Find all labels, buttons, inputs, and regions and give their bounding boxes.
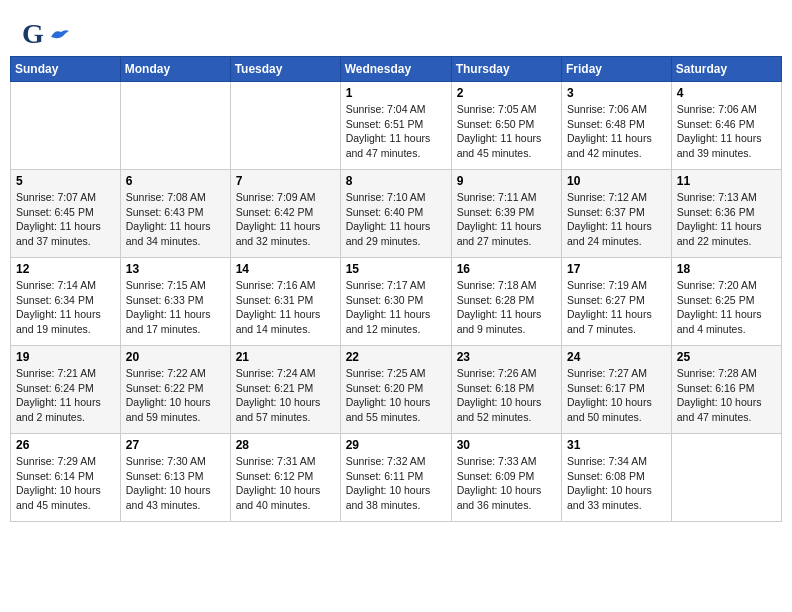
day-number: 14 (236, 262, 335, 276)
day-info: Sunrise: 7:07 AM Sunset: 6:45 PM Dayligh… (16, 190, 115, 249)
calendar-cell (671, 434, 781, 522)
day-info: Sunrise: 7:27 AM Sunset: 6:17 PM Dayligh… (567, 366, 666, 425)
calendar-cell: 15Sunrise: 7:17 AM Sunset: 6:30 PM Dayli… (340, 258, 451, 346)
calendar-cell: 23Sunrise: 7:26 AM Sunset: 6:18 PM Dayli… (451, 346, 561, 434)
day-info: Sunrise: 7:17 AM Sunset: 6:30 PM Dayligh… (346, 278, 446, 337)
day-info: Sunrise: 7:09 AM Sunset: 6:42 PM Dayligh… (236, 190, 335, 249)
day-number: 26 (16, 438, 115, 452)
calendar-cell: 30Sunrise: 7:33 AM Sunset: 6:09 PM Dayli… (451, 434, 561, 522)
calendar-cell: 31Sunrise: 7:34 AM Sunset: 6:08 PM Dayli… (562, 434, 672, 522)
day-info: Sunrise: 7:24 AM Sunset: 6:21 PM Dayligh… (236, 366, 335, 425)
day-info: Sunrise: 7:14 AM Sunset: 6:34 PM Dayligh… (16, 278, 115, 337)
logo-bird-icon (49, 27, 71, 41)
calendar-cell: 10Sunrise: 7:12 AM Sunset: 6:37 PM Dayli… (562, 170, 672, 258)
day-info: Sunrise: 7:18 AM Sunset: 6:28 PM Dayligh… (457, 278, 556, 337)
day-info: Sunrise: 7:20 AM Sunset: 6:25 PM Dayligh… (677, 278, 776, 337)
calendar-week-row: 5Sunrise: 7:07 AM Sunset: 6:45 PM Daylig… (11, 170, 782, 258)
day-info: Sunrise: 7:31 AM Sunset: 6:12 PM Dayligh… (236, 454, 335, 513)
day-info: Sunrise: 7:11 AM Sunset: 6:39 PM Dayligh… (457, 190, 556, 249)
day-info: Sunrise: 7:16 AM Sunset: 6:31 PM Dayligh… (236, 278, 335, 337)
day-number: 24 (567, 350, 666, 364)
day-number: 20 (126, 350, 225, 364)
day-number: 5 (16, 174, 115, 188)
day-info: Sunrise: 7:25 AM Sunset: 6:20 PM Dayligh… (346, 366, 446, 425)
calendar-header-tuesday: Tuesday (230, 57, 340, 82)
calendar-week-row: 12Sunrise: 7:14 AM Sunset: 6:34 PM Dayli… (11, 258, 782, 346)
calendar-cell: 7Sunrise: 7:09 AM Sunset: 6:42 PM Daylig… (230, 170, 340, 258)
calendar-cell: 20Sunrise: 7:22 AM Sunset: 6:22 PM Dayli… (120, 346, 230, 434)
calendar-week-row: 26Sunrise: 7:29 AM Sunset: 6:14 PM Dayli… (11, 434, 782, 522)
day-info: Sunrise: 7:05 AM Sunset: 6:50 PM Dayligh… (457, 102, 556, 161)
day-info: Sunrise: 7:19 AM Sunset: 6:27 PM Dayligh… (567, 278, 666, 337)
day-number: 16 (457, 262, 556, 276)
calendar-cell: 13Sunrise: 7:15 AM Sunset: 6:33 PM Dayli… (120, 258, 230, 346)
day-number: 15 (346, 262, 446, 276)
calendar-cell: 14Sunrise: 7:16 AM Sunset: 6:31 PM Dayli… (230, 258, 340, 346)
logo: G (22, 18, 71, 50)
calendar-cell (120, 82, 230, 170)
calendar-header-monday: Monday (120, 57, 230, 82)
day-number: 6 (126, 174, 225, 188)
calendar-cell: 28Sunrise: 7:31 AM Sunset: 6:12 PM Dayli… (230, 434, 340, 522)
logo-g-letter: G (22, 18, 44, 50)
calendar-header-row: SundayMondayTuesdayWednesdayThursdayFrid… (11, 57, 782, 82)
calendar-cell: 19Sunrise: 7:21 AM Sunset: 6:24 PM Dayli… (11, 346, 121, 434)
day-number: 18 (677, 262, 776, 276)
calendar-cell: 25Sunrise: 7:28 AM Sunset: 6:16 PM Dayli… (671, 346, 781, 434)
calendar-header-friday: Friday (562, 57, 672, 82)
day-info: Sunrise: 7:10 AM Sunset: 6:40 PM Dayligh… (346, 190, 446, 249)
calendar-cell: 1Sunrise: 7:04 AM Sunset: 6:51 PM Daylig… (340, 82, 451, 170)
day-info: Sunrise: 7:12 AM Sunset: 6:37 PM Dayligh… (567, 190, 666, 249)
day-info: Sunrise: 7:06 AM Sunset: 6:48 PM Dayligh… (567, 102, 666, 161)
day-info: Sunrise: 7:28 AM Sunset: 6:16 PM Dayligh… (677, 366, 776, 425)
calendar-header-saturday: Saturday (671, 57, 781, 82)
day-number: 30 (457, 438, 556, 452)
day-number: 12 (16, 262, 115, 276)
day-info: Sunrise: 7:29 AM Sunset: 6:14 PM Dayligh… (16, 454, 115, 513)
day-number: 11 (677, 174, 776, 188)
day-info: Sunrise: 7:34 AM Sunset: 6:08 PM Dayligh… (567, 454, 666, 513)
day-number: 9 (457, 174, 556, 188)
day-number: 1 (346, 86, 446, 100)
day-number: 25 (677, 350, 776, 364)
calendar-cell: 16Sunrise: 7:18 AM Sunset: 6:28 PM Dayli… (451, 258, 561, 346)
day-info: Sunrise: 7:13 AM Sunset: 6:36 PM Dayligh… (677, 190, 776, 249)
calendar-table: SundayMondayTuesdayWednesdayThursdayFrid… (10, 56, 782, 522)
calendar-cell (230, 82, 340, 170)
page-header: G (10, 10, 782, 56)
calendar-cell: 9Sunrise: 7:11 AM Sunset: 6:39 PM Daylig… (451, 170, 561, 258)
day-number: 2 (457, 86, 556, 100)
day-number: 7 (236, 174, 335, 188)
calendar-cell: 27Sunrise: 7:30 AM Sunset: 6:13 PM Dayli… (120, 434, 230, 522)
calendar-cell: 26Sunrise: 7:29 AM Sunset: 6:14 PM Dayli… (11, 434, 121, 522)
day-info: Sunrise: 7:33 AM Sunset: 6:09 PM Dayligh… (457, 454, 556, 513)
calendar-cell: 4Sunrise: 7:06 AM Sunset: 6:46 PM Daylig… (671, 82, 781, 170)
day-info: Sunrise: 7:04 AM Sunset: 6:51 PM Dayligh… (346, 102, 446, 161)
day-info: Sunrise: 7:06 AM Sunset: 6:46 PM Dayligh… (677, 102, 776, 161)
day-info: Sunrise: 7:26 AM Sunset: 6:18 PM Dayligh… (457, 366, 556, 425)
day-info: Sunrise: 7:15 AM Sunset: 6:33 PM Dayligh… (126, 278, 225, 337)
day-number: 27 (126, 438, 225, 452)
calendar-cell: 3Sunrise: 7:06 AM Sunset: 6:48 PM Daylig… (562, 82, 672, 170)
calendar-week-row: 19Sunrise: 7:21 AM Sunset: 6:24 PM Dayli… (11, 346, 782, 434)
calendar-cell: 5Sunrise: 7:07 AM Sunset: 6:45 PM Daylig… (11, 170, 121, 258)
calendar-cell: 11Sunrise: 7:13 AM Sunset: 6:36 PM Dayli… (671, 170, 781, 258)
calendar-header-sunday: Sunday (11, 57, 121, 82)
calendar-header-wednesday: Wednesday (340, 57, 451, 82)
day-info: Sunrise: 7:32 AM Sunset: 6:11 PM Dayligh… (346, 454, 446, 513)
day-number: 29 (346, 438, 446, 452)
day-number: 21 (236, 350, 335, 364)
day-number: 17 (567, 262, 666, 276)
day-number: 10 (567, 174, 666, 188)
day-info: Sunrise: 7:21 AM Sunset: 6:24 PM Dayligh… (16, 366, 115, 425)
day-info: Sunrise: 7:30 AM Sunset: 6:13 PM Dayligh… (126, 454, 225, 513)
day-number: 22 (346, 350, 446, 364)
day-info: Sunrise: 7:08 AM Sunset: 6:43 PM Dayligh… (126, 190, 225, 249)
calendar-cell: 6Sunrise: 7:08 AM Sunset: 6:43 PM Daylig… (120, 170, 230, 258)
calendar-cell: 22Sunrise: 7:25 AM Sunset: 6:20 PM Dayli… (340, 346, 451, 434)
calendar-header-thursday: Thursday (451, 57, 561, 82)
day-number: 23 (457, 350, 556, 364)
day-number: 28 (236, 438, 335, 452)
calendar-cell: 24Sunrise: 7:27 AM Sunset: 6:17 PM Dayli… (562, 346, 672, 434)
calendar-week-row: 1Sunrise: 7:04 AM Sunset: 6:51 PM Daylig… (11, 82, 782, 170)
